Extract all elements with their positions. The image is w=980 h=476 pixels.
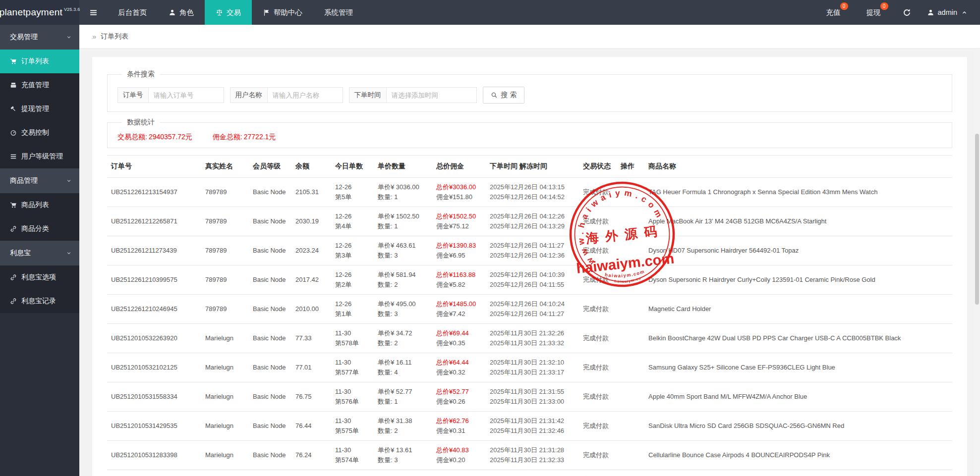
stats-legend: 数据统计: [122, 118, 160, 127]
status-cell: 完成付款: [579, 324, 617, 353]
total-commission-stat: 佣金总额:27722.1元: [213, 133, 278, 142]
total-transaction-stat: 交易总额:2940357.72元: [117, 133, 194, 142]
total-commission-cell: 总价¥40.83佣金¥0.20: [432, 441, 486, 470]
quick-label: 提现: [866, 8, 881, 17]
unit-price: 单价¥ 495.00: [378, 299, 428, 309]
real-name-cell: Marielugn: [201, 353, 249, 382]
total-commission-cell: 总价¥1390.83佣金¥6.95: [432, 236, 486, 265]
table-row: UB2512261212265871789789Basic Node2030.1…: [107, 207, 952, 236]
order-time-input[interactable]: [387, 87, 477, 103]
order-date: 12-26: [335, 241, 370, 251]
times-cell: 2025年12月26日 04:12:262025年12月26日 04:13:29: [486, 207, 579, 236]
sidebar-item[interactable]: 提现管理: [0, 97, 79, 121]
total-commission-cell: 总价¥64.44佣金¥0.32: [432, 353, 486, 382]
order-seq: 第576单: [335, 397, 370, 407]
total-price: 总价¥1163.88: [436, 270, 482, 280]
times-cell: 2025年11月30日 21:32:102025年11月30日 21:33:17: [486, 353, 579, 382]
operation-cell: [617, 265, 644, 295]
group-title-label: 商品管理: [10, 176, 38, 185]
table-row: UB2512010531283398MarielugnBasic Node76.…: [107, 441, 952, 470]
notification-badge: 0: [840, 2, 848, 10]
today-orders-cell: 12-26第4单: [331, 207, 374, 236]
sidebar-item-label: 利息宝选项: [21, 273, 56, 282]
quantity: 数量: 3: [378, 309, 428, 319]
scrollbar-thumb[interactable]: [975, 134, 979, 305]
total-commission-cell: 总价¥1163.88佣金¥5.82: [432, 265, 486, 295]
level-cell: Basic Node: [249, 353, 291, 382]
topbar-quick-button[interactable]: 充值0: [813, 0, 854, 25]
sidebar-item[interactable]: 充值管理: [0, 73, 79, 97]
topnav-item[interactable]: 帮助中心: [252, 0, 313, 25]
order-no-cell: UB2512010531429535: [107, 412, 201, 441]
today-orders-cell: 11-30第575单: [331, 412, 374, 441]
table-row: UB2512010531558334MarielugnBasic Node76.…: [107, 382, 952, 412]
sidebar-item[interactable]: 用户等级管理: [0, 145, 79, 168]
product-name-cell: SanDisk Ultra Micro SD Card 256GB SDSQUA…: [644, 412, 952, 441]
total-price: 总价¥40.83: [436, 445, 482, 455]
sidebar-item[interactable]: 商品列表: [0, 193, 79, 217]
cart-icon: [10, 202, 17, 209]
search-button-label: 搜 索: [501, 91, 517, 100]
username-input[interactable]: [268, 87, 343, 103]
total-commission-cell: 总价¥69.44佣金¥0.35: [432, 324, 486, 353]
sidebar-item[interactable]: 商品分类: [0, 217, 79, 241]
status-cell: 完成付款: [579, 236, 617, 265]
table-row: UB2512010531429535MarielugnBasic Node76.…: [107, 412, 952, 441]
sidebar-toggle-button[interactable]: [79, 0, 107, 25]
column-header: 余额: [291, 156, 331, 178]
order-seq: 第1单: [335, 309, 370, 319]
balance-cell: 2030.19: [291, 207, 331, 236]
operation-cell: [617, 412, 644, 441]
order-no-label: 订单号: [117, 87, 149, 103]
order-date: 12-26: [335, 212, 370, 221]
search-icon: [491, 92, 498, 99]
order-no-cell: UB2512010531558334: [107, 382, 201, 412]
table-row: UB2512010531144071MarielugnBasic Node75.…: [107, 470, 952, 476]
topnav-item[interactable]: 系统管理: [313, 0, 364, 25]
order-seq: 第575单: [335, 426, 370, 436]
status-cell: 完成付款: [579, 207, 617, 236]
sidebar-item-label: 用户等级管理: [21, 152, 63, 161]
unfreeze-time: 2025年12月26日 04:13:29: [490, 221, 575, 231]
card-icon: [10, 82, 17, 89]
topnav-item[interactable]: 后台首页: [107, 0, 158, 25]
orders-table: 订单号真实姓名会员等级余额今日单数单价数量总价佣金下单时间 解冻时间交易状态操作…: [107, 155, 952, 476]
topbar: planetpaymentV25.3.6 后台首页角色交易帮助中心系统管理 充值…: [0, 0, 980, 25]
order-no-input[interactable]: [149, 87, 224, 103]
quick-label: 充值: [826, 8, 841, 17]
user-menu[interactable]: admin: [920, 0, 980, 25]
total-commission-cell: 总价¥1485.00佣金¥7.42: [432, 295, 486, 324]
order-seq: 第5单: [335, 192, 370, 202]
sidebar-item[interactable]: 利息宝选项: [0, 265, 79, 289]
total-price: 总价¥64.44: [436, 358, 482, 368]
order-seq: 第2单: [335, 280, 370, 290]
topnav-label: 帮助中心: [274, 8, 302, 17]
unfreeze-time: 2025年12月26日 04:14:52: [490, 192, 575, 202]
commission: 佣金¥0.26: [436, 397, 482, 407]
unfreeze-time: 2025年11月30日 21:33:17: [490, 368, 575, 377]
unit-price: 单价¥ 581.94: [378, 270, 428, 280]
order-time: 2025年11月30日 21:32:26: [490, 328, 575, 338]
sidebar-group-title[interactable]: 交易管理: [0, 25, 79, 50]
refresh-button[interactable]: [894, 0, 920, 25]
sidebar-item[interactable]: 订单列表: [0, 50, 79, 73]
topbar-quick-button[interactable]: 提现0: [854, 0, 894, 25]
order-time: 2025年11月30日 21:32:10: [490, 358, 575, 368]
app-version: V25.3.6: [64, 7, 80, 12]
topbar-right: 充值0提现0 admin: [813, 0, 980, 25]
level-cell: Basic Node: [249, 178, 291, 207]
sidebar-group-title[interactable]: 商品管理: [0, 168, 79, 193]
commission: 佣金¥151.80: [436, 192, 482, 202]
commission: 佣金¥0.20: [436, 455, 482, 465]
order-seq: 第574单: [335, 455, 370, 465]
today-orders-cell: 12-26第3单: [331, 236, 374, 265]
search-button[interactable]: 搜 索: [483, 87, 525, 104]
sidebar-item[interactable]: 交易控制: [0, 121, 79, 145]
sidebar-group-title[interactable]: 利息宝: [0, 241, 79, 265]
commission: 佣金¥7.42: [436, 309, 482, 319]
order-date: 11-30: [335, 387, 370, 397]
sidebar-item[interactable]: 利息宝记录: [0, 289, 79, 313]
times-cell: 2025年12月26日 04:10:242025年12月26日 04:11:27: [486, 295, 579, 324]
topnav-item[interactable]: 交易: [205, 0, 252, 25]
topnav-item[interactable]: 角色: [158, 0, 205, 25]
